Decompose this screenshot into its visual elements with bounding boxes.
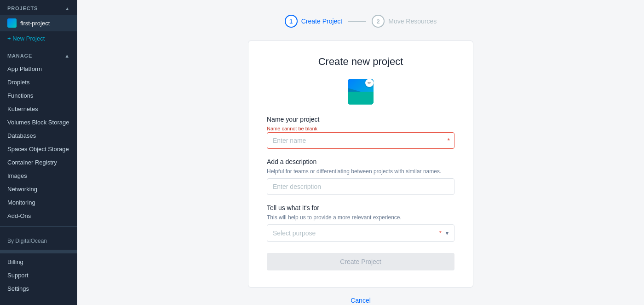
bottom-links-container: BillingSupportSettings [0,255,77,295]
manage-chevron-icon: ▲ [64,53,70,59]
sidebar-item-app-platform[interactable]: App Platform [0,62,77,76]
sidebar-item-container-registry[interactable]: Container Registry [0,156,77,169]
name-input[interactable] [267,132,454,149]
new-project-label: + New Project [7,35,45,42]
card-title: Create new project [267,56,454,68]
main-content: 1 Create Project 2 Move Resources Create… [77,0,644,305]
step-1-label: Create Project [301,18,342,25]
edit-icon[interactable]: ✏ [365,79,374,87]
sidebar-item-functions[interactable]: Functions [0,89,77,102]
sidebar-item-images[interactable]: Images [0,169,77,182]
sidebar-item-monitoring[interactable]: Monitoring [0,196,77,209]
svg-marker-1 [348,92,374,105]
projects-chevron-icon: ▲ [65,6,70,11]
create-project-button[interactable]: Create Project [267,253,454,270]
project-icon-wrapper: ✏ [267,79,454,105]
sidebar: PROJECTS ▲ first-project + New Project M… [0,0,77,305]
cancel-link[interactable]: Cancel [351,297,371,304]
purpose-select-wrapper: Select purpose Web Application API / Bac… [267,224,454,242]
project-icon [7,18,17,28]
name-required-star: * [448,137,450,144]
manage-section-header: MANAGE ▲ [0,46,77,62]
description-input[interactable] [267,178,454,195]
stepper: 1 Create Project 2 Move Resources [285,15,437,28]
sidebar-item-support[interactable]: Support [0,269,77,282]
sidebar-item-billing[interactable]: Billing [0,255,77,269]
sidebar-item-first-project[interactable]: first-project [0,15,77,31]
sidebar-divider [0,226,77,227]
step-1: 1 Create Project [285,15,342,28]
description-hint: Helpful for teams or differentiating bet… [267,168,454,175]
project-avatar-container: ✏ [348,79,374,105]
sidebar-item-volumes[interactable]: Volumes Block Storage [0,116,77,129]
select-required-star: * [439,229,442,237]
sidebar-item-add-ons[interactable]: Add-Ons [0,209,77,223]
step-2-label: Move Resources [388,18,437,25]
sidebar-item-spaces[interactable]: Spaces Object Storage [0,142,77,156]
name-field-group: Name your project Name cannot be blank * [267,116,454,149]
new-project-button[interactable]: + New Project [0,31,77,46]
sidebar-item-networking[interactable]: Networking [0,182,77,196]
manage-label: MANAGE [7,53,32,59]
purpose-select[interactable]: Select purpose Web Application API / Bac… [267,224,454,242]
sidebar-item-droplets[interactable]: Droplets [0,76,77,89]
projects-label: PROJECTS [7,6,38,11]
sidebar-item-databases[interactable]: Databases [0,129,77,142]
description-field-group: Add a description Helpful for teams or d… [267,158,454,195]
bottom-divider [0,250,77,253]
name-error: Name cannot be blank [267,126,454,131]
purpose-field-group: Tell us what it's for This will help us … [267,204,454,242]
sidebar-item-kubernetes[interactable]: Kubernetes [0,102,77,116]
nav-items-container: App PlatformDropletsFunctionsKubernetesV… [0,62,77,223]
first-project-label: first-project [20,20,50,27]
step-2: 2 Move Resources [372,15,437,28]
description-label: Add a description [267,158,454,165]
step-connector [348,21,366,22]
name-input-wrapper: * [267,132,454,149]
brand-label: By DigitalOcean [0,230,77,248]
purpose-label: Tell us what it's for [267,204,454,211]
create-project-card: Create new project [248,41,473,287]
sidebar-item-settings[interactable]: Settings [0,282,77,295]
name-label: Name your project [267,116,454,123]
projects-section-header: PROJECTS ▲ [0,0,77,15]
purpose-hint: This will help us to provide a more rele… [267,214,454,221]
step-1-circle: 1 [285,15,298,28]
step-2-circle: 2 [372,15,385,28]
